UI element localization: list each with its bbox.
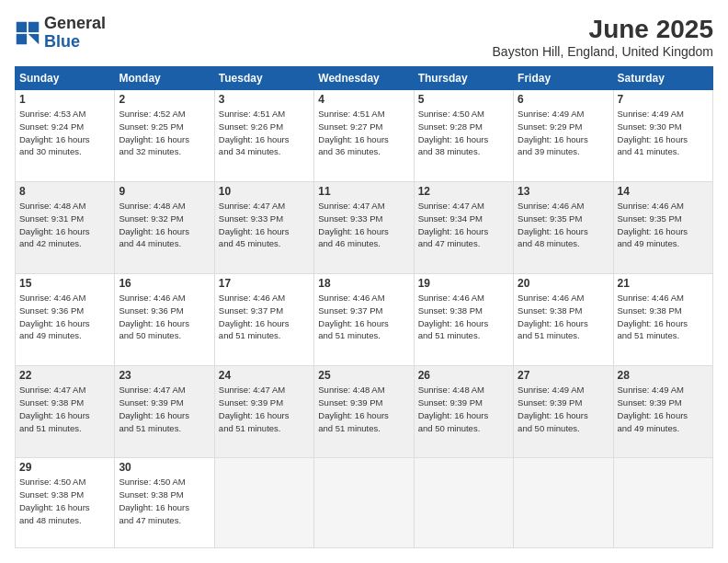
day-number: 27 bbox=[518, 369, 609, 382]
month-title: June 2025 bbox=[493, 15, 713, 44]
calendar-cell bbox=[214, 458, 313, 548]
calendar-cell: 25Sunrise: 4:48 AM Sunset: 9:39 PM Dayli… bbox=[314, 366, 414, 458]
day-info: Sunrise: 4:48 AM Sunset: 9:31 PM Dayligh… bbox=[19, 200, 110, 250]
day-info: Sunrise: 4:47 AM Sunset: 9:33 PM Dayligh… bbox=[318, 200, 409, 250]
calendar-header-row: Sunday Monday Tuesday Wednesday Thursday… bbox=[16, 67, 713, 90]
day-info: Sunrise: 4:46 AM Sunset: 9:37 PM Dayligh… bbox=[219, 292, 310, 342]
calendar-cell: 30Sunrise: 4:50 AM Sunset: 9:38 PM Dayli… bbox=[115, 458, 214, 548]
day-number: 7 bbox=[618, 93, 709, 106]
day-info: Sunrise: 4:49 AM Sunset: 9:39 PM Dayligh… bbox=[618, 384, 709, 434]
calendar-cell: 12Sunrise: 4:47 AM Sunset: 9:34 PM Dayli… bbox=[414, 182, 513, 274]
calendar-cell: 16Sunrise: 4:46 AM Sunset: 9:36 PM Dayli… bbox=[115, 274, 214, 366]
day-info: Sunrise: 4:46 AM Sunset: 9:36 PM Dayligh… bbox=[19, 292, 110, 342]
col-wednesday: Wednesday bbox=[314, 67, 414, 90]
day-number: 19 bbox=[418, 277, 509, 290]
calendar-cell: 11Sunrise: 4:47 AM Sunset: 9:33 PM Dayli… bbox=[314, 182, 414, 274]
day-number: 17 bbox=[219, 277, 310, 290]
calendar-cell: 10Sunrise: 4:47 AM Sunset: 9:33 PM Dayli… bbox=[214, 182, 313, 274]
calendar-row-4: 22Sunrise: 4:47 AM Sunset: 9:38 PM Dayli… bbox=[16, 366, 713, 458]
day-info: Sunrise: 4:47 AM Sunset: 9:34 PM Dayligh… bbox=[418, 200, 509, 250]
calendar-cell bbox=[314, 458, 414, 548]
col-saturday: Saturday bbox=[613, 67, 712, 90]
day-info: Sunrise: 4:50 AM Sunset: 9:38 PM Dayligh… bbox=[119, 476, 210, 526]
day-info: Sunrise: 4:52 AM Sunset: 9:25 PM Dayligh… bbox=[119, 108, 210, 158]
calendar-table: Sunday Monday Tuesday Wednesday Thursday… bbox=[15, 66, 713, 548]
day-number: 12 bbox=[418, 185, 509, 198]
calendar-cell: 18Sunrise: 4:46 AM Sunset: 9:37 PM Dayli… bbox=[314, 274, 414, 366]
day-info: Sunrise: 4:46 AM Sunset: 9:35 PM Dayligh… bbox=[618, 200, 709, 250]
calendar-cell: 29Sunrise: 4:50 AM Sunset: 9:38 PM Dayli… bbox=[16, 458, 115, 548]
calendar-cell: 7Sunrise: 4:49 AM Sunset: 9:30 PM Daylig… bbox=[613, 90, 712, 182]
svg-rect-1 bbox=[28, 22, 39, 32]
calendar-row-1: 1Sunrise: 4:53 AM Sunset: 9:24 PM Daylig… bbox=[16, 90, 713, 182]
day-info: Sunrise: 4:46 AM Sunset: 9:38 PM Dayligh… bbox=[418, 292, 509, 342]
svg-rect-2 bbox=[17, 34, 27, 44]
day-number: 18 bbox=[318, 277, 409, 290]
calendar-cell: 3Sunrise: 4:51 AM Sunset: 9:26 PM Daylig… bbox=[214, 90, 313, 182]
day-info: Sunrise: 4:47 AM Sunset: 9:38 PM Dayligh… bbox=[19, 384, 110, 434]
day-number: 13 bbox=[518, 185, 609, 198]
day-number: 25 bbox=[318, 369, 409, 382]
calendar-row-2: 8Sunrise: 4:48 AM Sunset: 9:31 PM Daylig… bbox=[16, 182, 713, 274]
calendar-cell: 21Sunrise: 4:46 AM Sunset: 9:38 PM Dayli… bbox=[613, 274, 712, 366]
day-info: Sunrise: 4:47 AM Sunset: 9:33 PM Dayligh… bbox=[219, 200, 310, 250]
calendar-row-5: 29Sunrise: 4:50 AM Sunset: 9:38 PM Dayli… bbox=[16, 458, 713, 548]
day-number: 21 bbox=[618, 277, 709, 290]
day-number: 26 bbox=[418, 369, 509, 382]
calendar-cell: 17Sunrise: 4:46 AM Sunset: 9:37 PM Dayli… bbox=[214, 274, 313, 366]
day-number: 14 bbox=[618, 185, 709, 198]
day-number: 20 bbox=[518, 277, 609, 290]
day-info: Sunrise: 4:48 AM Sunset: 9:39 PM Dayligh… bbox=[318, 384, 409, 434]
svg-marker-3 bbox=[28, 34, 39, 44]
day-number: 23 bbox=[119, 369, 210, 382]
day-info: Sunrise: 4:51 AM Sunset: 9:27 PM Dayligh… bbox=[318, 108, 409, 158]
logo-icon bbox=[15, 20, 40, 46]
day-info: Sunrise: 4:49 AM Sunset: 9:39 PM Dayligh… bbox=[518, 384, 609, 434]
calendar-cell: 8Sunrise: 4:48 AM Sunset: 9:31 PM Daylig… bbox=[16, 182, 115, 274]
calendar-row-3: 15Sunrise: 4:46 AM Sunset: 9:36 PM Dayli… bbox=[16, 274, 713, 366]
day-info: Sunrise: 4:46 AM Sunset: 9:35 PM Dayligh… bbox=[518, 200, 609, 250]
day-number: 3 bbox=[219, 93, 310, 106]
title-block: June 2025 Bayston Hill, England, United … bbox=[493, 15, 713, 59]
calendar-cell: 2Sunrise: 4:52 AM Sunset: 9:25 PM Daylig… bbox=[115, 90, 214, 182]
day-info: Sunrise: 4:47 AM Sunset: 9:39 PM Dayligh… bbox=[219, 384, 310, 434]
calendar-cell: 28Sunrise: 4:49 AM Sunset: 9:39 PM Dayli… bbox=[613, 366, 712, 458]
calendar-cell: 5Sunrise: 4:50 AM Sunset: 9:28 PM Daylig… bbox=[414, 90, 513, 182]
calendar-cell: 26Sunrise: 4:48 AM Sunset: 9:39 PM Dayli… bbox=[414, 366, 513, 458]
day-info: Sunrise: 4:46 AM Sunset: 9:36 PM Dayligh… bbox=[119, 292, 210, 342]
calendar-cell: 1Sunrise: 4:53 AM Sunset: 9:24 PM Daylig… bbox=[16, 90, 115, 182]
logo: General Blue bbox=[15, 15, 106, 52]
day-number: 2 bbox=[119, 93, 210, 106]
header: General Blue June 2025 Bayston Hill, Eng… bbox=[15, 15, 713, 59]
logo-text: General Blue bbox=[44, 15, 106, 52]
calendar-cell: 13Sunrise: 4:46 AM Sunset: 9:35 PM Dayli… bbox=[514, 182, 613, 274]
day-number: 11 bbox=[318, 185, 409, 198]
day-info: Sunrise: 4:46 AM Sunset: 9:38 PM Dayligh… bbox=[618, 292, 709, 342]
col-sunday: Sunday bbox=[16, 67, 115, 90]
day-info: Sunrise: 4:47 AM Sunset: 9:39 PM Dayligh… bbox=[119, 384, 210, 434]
day-info: Sunrise: 4:46 AM Sunset: 9:37 PM Dayligh… bbox=[318, 292, 409, 342]
col-tuesday: Tuesday bbox=[214, 67, 313, 90]
day-number: 5 bbox=[418, 93, 509, 106]
day-number: 29 bbox=[19, 461, 110, 474]
day-number: 30 bbox=[119, 461, 210, 474]
calendar-cell: 9Sunrise: 4:48 AM Sunset: 9:32 PM Daylig… bbox=[115, 182, 214, 274]
calendar-cell: 23Sunrise: 4:47 AM Sunset: 9:39 PM Dayli… bbox=[115, 366, 214, 458]
day-info: Sunrise: 4:48 AM Sunset: 9:39 PM Dayligh… bbox=[418, 384, 509, 434]
day-number: 4 bbox=[318, 93, 409, 106]
col-thursday: Thursday bbox=[414, 67, 513, 90]
day-number: 9 bbox=[119, 185, 210, 198]
day-number: 24 bbox=[219, 369, 310, 382]
calendar-cell: 24Sunrise: 4:47 AM Sunset: 9:39 PM Dayli… bbox=[214, 366, 313, 458]
day-number: 6 bbox=[518, 93, 609, 106]
day-number: 1 bbox=[19, 93, 110, 106]
calendar-cell bbox=[414, 458, 513, 548]
svg-rect-0 bbox=[17, 22, 27, 32]
day-number: 16 bbox=[119, 277, 210, 290]
day-info: Sunrise: 4:51 AM Sunset: 9:26 PM Dayligh… bbox=[219, 108, 310, 158]
logo-blue-text: Blue bbox=[44, 33, 106, 52]
page: General Blue June 2025 Bayston Hill, Eng… bbox=[0, 0, 728, 563]
logo-general-text: General bbox=[44, 15, 106, 33]
col-monday: Monday bbox=[115, 67, 214, 90]
calendar-cell: 22Sunrise: 4:47 AM Sunset: 9:38 PM Dayli… bbox=[16, 366, 115, 458]
